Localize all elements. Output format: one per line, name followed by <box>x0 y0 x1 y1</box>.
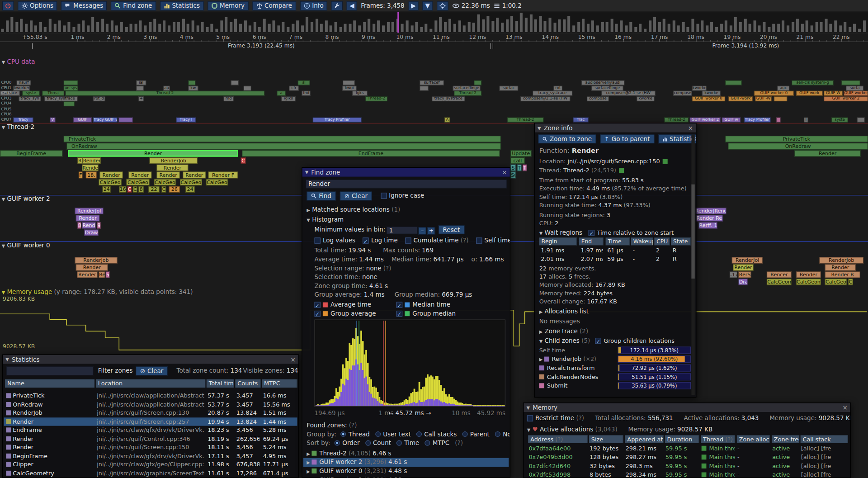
timeline-zone[interactable]: EndFrame <box>242 150 500 157</box>
clear-button[interactable]: ⊘Clear <box>340 192 372 201</box>
timeline-zone[interactable]: surfaceflinge <box>591 86 623 91</box>
timeline-zone[interactable]: GUIF <box>73 118 92 123</box>
wait-col-header[interactable]: State <box>671 237 691 245</box>
zone-info-titlebar[interactable]: ▼Zone info× <box>535 123 696 133</box>
timeline-zone[interactable]: cfr <box>289 86 299 91</box>
timeline-zone[interactable]: CalcGeo <box>154 179 176 186</box>
stats-name[interactable]: Render <box>13 435 94 443</box>
timeline-zone[interactable]: Re <box>99 271 105 278</box>
mem-size[interactable]: 192 bytes <box>590 444 623 452</box>
active-allocations-header[interactable]: ▼ ♥ Active allocations (3,043) Memory us… <box>527 425 712 433</box>
timeline-zone[interactable]: composer@2.1-se (HW <box>520 96 570 101</box>
timeline-zone[interactable]: Render <box>99 172 123 179</box>
info-button[interactable]: Info <box>300 1 327 10</box>
timeline-zone[interactable]: BeginFrame <box>0 150 62 157</box>
timeline-zone[interactable]: -17 <box>730 271 737 278</box>
mem-thread[interactable]: Main thread <box>701 462 734 470</box>
group-children-checkbox[interactable] <box>595 338 601 344</box>
mem-duration[interactable]: 59.95 s <box>665 444 698 452</box>
radio-parent[interactable] <box>462 431 468 437</box>
timeline-zone[interactable]: Rencer <box>767 271 792 278</box>
stats-total-time[interactable]: 20.87 s <box>208 409 233 417</box>
locate-button[interactable] <box>437 1 448 10</box>
timeline-zone[interactable]: OnRedraw <box>66 143 501 150</box>
timeline-zone[interactable]: tracy_systrace <box>432 96 465 101</box>
timeline-zone[interactable]: RerS <box>738 271 751 278</box>
mem-zone-free[interactable]: active <box>772 471 799 478</box>
child-zone-row[interactable]: CalcRenderNodes <box>539 373 599 381</box>
reset-button[interactable]: Reset <box>439 225 464 234</box>
stats-location[interactable]: jni/../jni/src/guif/Control.cpp:346 <box>97 435 204 443</box>
decrement-button[interactable]: – <box>419 227 426 234</box>
mem-appeared[interactable]: 298.3 ms <box>626 462 663 470</box>
timeline-zone[interactable] <box>420 86 429 91</box>
timeline-zone[interactable]: Tracy I <box>176 118 196 123</box>
stats-count[interactable]: 13,824 <box>236 409 259 417</box>
timeline-zone[interactable]: Render R <box>825 271 860 278</box>
timeline-zone[interactable]: C <box>133 186 137 193</box>
mem-zone-alloc[interactable]: - <box>737 462 769 470</box>
timeline-zone[interactable]: 24 <box>185 186 195 193</box>
timeline-zone[interactable]: un sys <box>64 86 78 91</box>
timeline-zone[interactable]: 24 <box>103 186 111 193</box>
child-zone-row[interactable]: ▶ RenderJob (×2) <box>539 355 596 363</box>
mem-duration[interactable]: 59.95 s <box>665 462 698 470</box>
timeline-zone[interactable]: kworke <box>692 86 707 91</box>
timeline-zone[interactable]: surfacef <box>420 80 444 85</box>
timeline-zone[interactable] <box>231 80 239 85</box>
mem-zone-alloc[interactable]: - <box>737 471 769 478</box>
stats-mtpc[interactable]: 15.56 ms <box>263 400 296 408</box>
mem-zone-free[interactable]: active <box>772 462 799 470</box>
timeline-zone[interactable]: Trac <box>573 118 588 123</box>
wait-col-header[interactable]: Wakeup <box>631 237 653 245</box>
timeline-zone[interactable]: Thread-2 <box>664 118 689 123</box>
mem-call-stack[interactable]: [alloc] [fre <box>801 462 848 470</box>
timeline-zone[interactable]: Tracy Profiler <box>744 118 771 123</box>
stats-mtpc[interactable]: 1.44 ms <box>263 417 296 426</box>
mem-address[interactable]: 0x7dfaa64e00 <box>528 444 587 452</box>
mem-col-header[interactable]: Duration <box>665 435 699 443</box>
timeline-zone[interactable]: Threa <box>42 91 64 96</box>
timeline-zone[interactable]: RenderJob <box>150 157 198 164</box>
timeline-zone[interactable]: R <box>77 157 82 164</box>
ignore-case-checkbox[interactable] <box>381 193 387 199</box>
statistics-button[interactable]: Statistics <box>160 1 203 10</box>
timeline-zone[interactable] <box>774 96 787 101</box>
cpu-data-header[interactable]: ▼ CPU data <box>2 58 35 66</box>
timeline-zone[interactable]: Render <box>82 157 100 164</box>
timeline-zone[interactable]: igIks <box>281 96 296 101</box>
find-button[interactable]: Find <box>307 192 335 201</box>
timeline-zone[interactable]: Thread-2 <box>365 96 387 101</box>
stats-col-header[interactable]: Total tim <box>207 379 234 388</box>
timeline-zone[interactable]: RenderJRend <box>695 208 726 214</box>
timeline-zone[interactable]: GUIF-W <box>824 91 843 96</box>
options-button[interactable]: Options <box>18 1 57 10</box>
stats-col-header[interactable]: Counts <box>235 379 260 388</box>
timeline-zone[interactable]: + <box>138 96 144 101</box>
timeline-zone[interactable]: OnRedraw <box>728 143 868 150</box>
timeline-zone[interactable]: rot <box>553 86 562 91</box>
timeline-zone[interactable]: Update <box>510 150 532 157</box>
timeline-zone[interactable] <box>64 80 78 85</box>
timeline-zone[interactable]: C <box>127 186 132 193</box>
timeline-zone[interactable]: Render <box>157 172 180 179</box>
timeline-zone[interactable]: Tracy Profiler <box>313 118 362 123</box>
timeline-zone[interactable]: GUIF-W <box>755 96 772 101</box>
stats-location[interactable]: jni/../jni/src/claw/gfx/drv/vk/DriverVk.… <box>97 426 204 434</box>
next-frame-button[interactable]: ▶ <box>408 1 419 10</box>
child-zone-row[interactable]: Submit <box>539 382 568 390</box>
timeline-zone[interactable]: F <box>79 172 83 179</box>
timeline-zone[interactable]: CalcGeo <box>99 179 122 186</box>
stats-mtpc[interactable]: 4.95 ms <box>263 452 296 460</box>
log-time-checkbox[interactable] <box>363 237 369 243</box>
min-bin-input[interactable]: 1 <box>387 227 418 234</box>
mem-col-header[interactable]: Size <box>589 435 623 443</box>
zone-group-row[interactable]: ▶ GUIF worker 0 (3,231) 4.48 s <box>303 467 509 476</box>
timeline-zone[interactable]: Render <box>68 150 238 157</box>
self-time-checkbox[interactable] <box>476 237 482 243</box>
timeline-zone[interactable]: syste <box>22 91 40 96</box>
mem-col-header[interactable]: Zone alloc <box>737 435 770 443</box>
timeline-zone[interactable]: V <box>50 118 55 123</box>
mem-zone-free[interactable]: active <box>772 444 799 452</box>
timeline-zone[interactable]: Thread-2 <box>65 91 264 96</box>
